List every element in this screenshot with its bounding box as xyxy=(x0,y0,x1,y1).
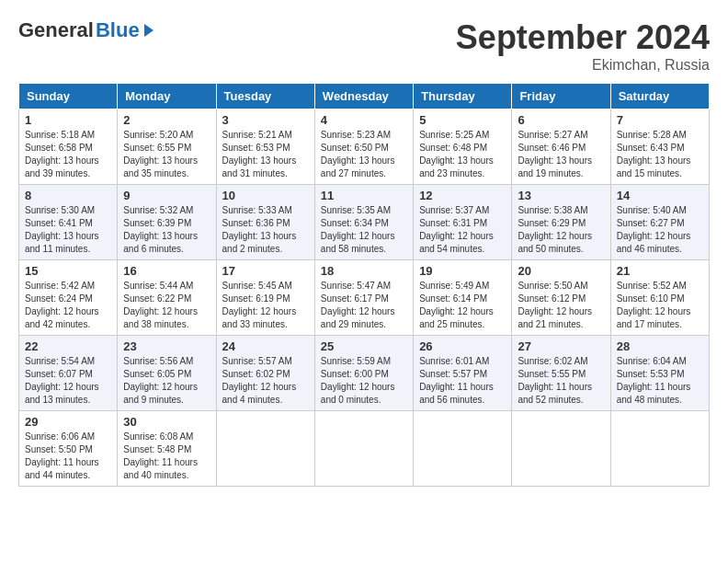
cell-content: Sunrise: 5:32 AM Sunset: 6:39 PM Dayligh… xyxy=(123,204,210,256)
cell-content: Sunrise: 5:42 AM Sunset: 6:24 PM Dayligh… xyxy=(25,280,111,331)
day-number: 24 xyxy=(222,339,309,353)
calendar-week-5: 29 Sunrise: 6:06 AM Sunset: 5:50 PM Dayl… xyxy=(19,411,710,487)
logo: General Blue xyxy=(18,18,154,42)
day-number: 4 xyxy=(321,113,407,127)
cell-content: Sunrise: 5:44 AM Sunset: 6:22 PM Dayligh… xyxy=(123,280,210,331)
day-number: 3 xyxy=(222,113,309,127)
calendar-cell-27: 27 Sunrise: 6:02 AM Sunset: 5:55 PM Dayl… xyxy=(512,336,610,411)
calendar-cell-24: 24 Sunrise: 5:57 AM Sunset: 6:02 PM Dayl… xyxy=(216,336,314,411)
calendar-cell-empty xyxy=(610,411,709,487)
calendar-cell-empty xyxy=(414,411,512,487)
cell-content: Sunrise: 5:50 AM Sunset: 6:12 PM Dayligh… xyxy=(518,280,604,331)
day-number: 7 xyxy=(617,113,703,127)
cell-content: Sunrise: 5:23 AM Sunset: 6:50 PM Dayligh… xyxy=(321,129,407,180)
day-number: 23 xyxy=(123,339,210,353)
calendar-cell-19: 19 Sunrise: 5:49 AM Sunset: 6:14 PM Dayl… xyxy=(414,260,512,336)
day-number: 20 xyxy=(518,264,604,278)
cell-content: Sunrise: 5:37 AM Sunset: 6:31 PM Dayligh… xyxy=(419,204,506,256)
logo-blue-text: Blue xyxy=(96,18,140,42)
day-number: 19 xyxy=(419,264,506,278)
day-number: 12 xyxy=(419,189,506,202)
col-wednesday: Wednesday xyxy=(314,84,413,109)
calendar-cell-1: 1 Sunrise: 5:18 AM Sunset: 6:58 PM Dayli… xyxy=(19,109,118,185)
day-number: 16 xyxy=(123,264,210,278)
calendar-week-2: 8 Sunrise: 5:30 AM Sunset: 6:41 PM Dayli… xyxy=(19,185,710,260)
cell-content: Sunrise: 5:28 AM Sunset: 6:43 PM Dayligh… xyxy=(617,129,703,180)
day-number: 1 xyxy=(25,113,111,127)
calendar-cell-11: 11 Sunrise: 5:35 AM Sunset: 6:34 PM Dayl… xyxy=(314,185,413,260)
day-number: 5 xyxy=(419,113,506,127)
day-number: 10 xyxy=(222,189,309,202)
day-number: 29 xyxy=(25,415,111,429)
calendar-cell-23: 23 Sunrise: 5:56 AM Sunset: 6:05 PM Dayl… xyxy=(118,336,216,411)
calendar-week-4: 22 Sunrise: 5:54 AM Sunset: 6:07 PM Dayl… xyxy=(19,336,710,411)
cell-content: Sunrise: 5:30 AM Sunset: 6:41 PM Dayligh… xyxy=(25,204,111,256)
cell-content: Sunrise: 5:40 AM Sunset: 6:27 PM Dayligh… xyxy=(617,204,703,256)
col-saturday: Saturday xyxy=(610,84,709,109)
day-number: 30 xyxy=(123,415,210,429)
day-number: 17 xyxy=(222,264,309,278)
calendar-cell-30: 30 Sunrise: 6:08 AM Sunset: 5:48 PM Dayl… xyxy=(118,411,216,487)
day-number: 6 xyxy=(518,113,604,127)
calendar-cell-empty xyxy=(216,411,314,487)
calendar-header-row: Sunday Monday Tuesday Wednesday Thursday… xyxy=(19,84,710,109)
logo-arrow-icon xyxy=(144,24,154,37)
day-number: 28 xyxy=(617,339,703,353)
calendar-cell-6: 6 Sunrise: 5:27 AM Sunset: 6:46 PM Dayli… xyxy=(512,109,610,185)
calendar-cell-9: 9 Sunrise: 5:32 AM Sunset: 6:39 PM Dayli… xyxy=(118,185,216,260)
title-block: September 2024 Ekimchan, Russia xyxy=(456,18,710,74)
day-number: 22 xyxy=(25,339,111,353)
cell-content: Sunrise: 5:33 AM Sunset: 6:36 PM Dayligh… xyxy=(222,204,309,256)
calendar-cell-empty xyxy=(314,411,413,487)
day-number: 18 xyxy=(321,264,407,278)
calendar-cell-20: 20 Sunrise: 5:50 AM Sunset: 6:12 PM Dayl… xyxy=(512,260,610,336)
cell-content: Sunrise: 5:35 AM Sunset: 6:34 PM Dayligh… xyxy=(321,204,407,256)
day-number: 13 xyxy=(518,189,604,202)
location-text: Ekimchan, Russia xyxy=(456,57,710,74)
calendar-cell-12: 12 Sunrise: 5:37 AM Sunset: 6:31 PM Dayl… xyxy=(414,185,512,260)
day-number: 14 xyxy=(617,189,703,202)
cell-content: Sunrise: 5:54 AM Sunset: 6:07 PM Dayligh… xyxy=(25,355,111,407)
cell-content: Sunrise: 6:06 AM Sunset: 5:50 PM Dayligh… xyxy=(25,431,111,482)
cell-content: Sunrise: 5:52 AM Sunset: 6:10 PM Dayligh… xyxy=(617,280,703,331)
calendar-cell-10: 10 Sunrise: 5:33 AM Sunset: 6:36 PM Dayl… xyxy=(216,185,314,260)
calendar-week-3: 15 Sunrise: 5:42 AM Sunset: 6:24 PM Dayl… xyxy=(19,260,710,336)
cell-content: Sunrise: 5:25 AM Sunset: 6:48 PM Dayligh… xyxy=(419,129,506,180)
calendar-cell-14: 14 Sunrise: 5:40 AM Sunset: 6:27 PM Dayl… xyxy=(610,185,709,260)
calendar-cell-17: 17 Sunrise: 5:45 AM Sunset: 6:19 PM Dayl… xyxy=(216,260,314,336)
calendar-cell-16: 16 Sunrise: 5:44 AM Sunset: 6:22 PM Dayl… xyxy=(118,260,216,336)
cell-content: Sunrise: 5:57 AM Sunset: 6:02 PM Dayligh… xyxy=(222,355,309,407)
cell-content: Sunrise: 6:02 AM Sunset: 5:55 PM Dayligh… xyxy=(518,355,604,407)
calendar-cell-2: 2 Sunrise: 5:20 AM Sunset: 6:55 PM Dayli… xyxy=(118,109,216,185)
day-number: 8 xyxy=(25,189,111,202)
month-title: September 2024 xyxy=(456,18,710,57)
cell-content: Sunrise: 5:27 AM Sunset: 6:46 PM Dayligh… xyxy=(518,129,604,180)
cell-content: Sunrise: 6:08 AM Sunset: 5:48 PM Dayligh… xyxy=(123,431,210,482)
cell-content: Sunrise: 5:49 AM Sunset: 6:14 PM Dayligh… xyxy=(419,280,506,331)
day-number: 15 xyxy=(25,264,111,278)
cell-content: Sunrise: 5:59 AM Sunset: 6:00 PM Dayligh… xyxy=(321,355,407,407)
cell-content: Sunrise: 5:56 AM Sunset: 6:05 PM Dayligh… xyxy=(123,355,210,407)
day-number: 9 xyxy=(123,189,210,202)
cell-content: Sunrise: 6:01 AM Sunset: 5:57 PM Dayligh… xyxy=(419,355,506,407)
day-number: 2 xyxy=(123,113,210,127)
calendar-cell-26: 26 Sunrise: 6:01 AM Sunset: 5:57 PM Dayl… xyxy=(414,336,512,411)
col-monday: Monday xyxy=(118,84,216,109)
day-number: 21 xyxy=(617,264,703,278)
calendar-week-1: 1 Sunrise: 5:18 AM Sunset: 6:58 PM Dayli… xyxy=(19,109,710,185)
calendar-cell-5: 5 Sunrise: 5:25 AM Sunset: 6:48 PM Dayli… xyxy=(414,109,512,185)
calendar-cell-21: 21 Sunrise: 5:52 AM Sunset: 6:10 PM Dayl… xyxy=(610,260,709,336)
calendar-cell-13: 13 Sunrise: 5:38 AM Sunset: 6:29 PM Dayl… xyxy=(512,185,610,260)
col-sunday: Sunday xyxy=(19,84,118,109)
cell-content: Sunrise: 5:18 AM Sunset: 6:58 PM Dayligh… xyxy=(25,129,111,180)
col-thursday: Thursday xyxy=(414,84,512,109)
calendar-cell-25: 25 Sunrise: 5:59 AM Sunset: 6:00 PM Dayl… xyxy=(314,336,413,411)
logo-general-text: General xyxy=(18,18,94,42)
calendar-cell-28: 28 Sunrise: 6:04 AM Sunset: 5:53 PM Dayl… xyxy=(610,336,709,411)
day-number: 25 xyxy=(321,339,407,353)
calendar-cell-18: 18 Sunrise: 5:47 AM Sunset: 6:17 PM Dayl… xyxy=(314,260,413,336)
page-header: General Blue September 2024 Ekimchan, Ru… xyxy=(18,18,710,74)
cell-content: Sunrise: 5:47 AM Sunset: 6:17 PM Dayligh… xyxy=(321,280,407,331)
day-number: 26 xyxy=(419,339,506,353)
calendar-cell-empty xyxy=(512,411,610,487)
